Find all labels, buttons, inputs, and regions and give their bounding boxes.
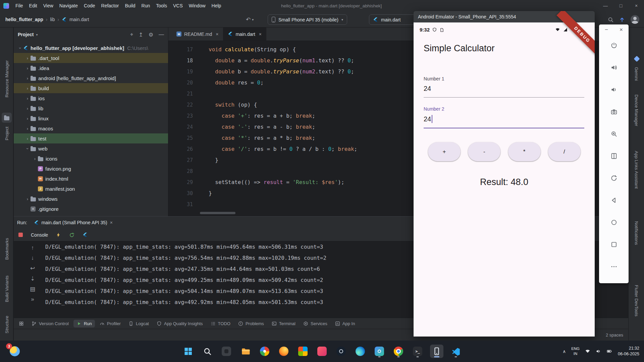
chevron-right-icon[interactable]: › (24, 86, 31, 91)
menu-run[interactable]: Run (139, 0, 153, 11)
tool-window-button-app-quality-insights[interactable]: App Quality Insights (154, 320, 206, 327)
hot-reload-icon[interactable] (56, 232, 61, 238)
tree-item[interactable]: ›lib (14, 103, 168, 113)
menu-refactor[interactable]: Refactor (98, 0, 122, 11)
taskbar-photos-icon[interactable] (258, 345, 271, 358)
soft-wrap-icon[interactable]: ↩ (30, 265, 35, 272)
tree-item[interactable]: ›.dart_tool (14, 53, 168, 63)
menu-vcs[interactable]: VCS (170, 0, 186, 11)
menu-navigate[interactable]: Navigate (56, 0, 81, 11)
tool-window-button-services[interactable]: Services (300, 320, 330, 327)
stripe-item-app-links-assistant[interactable]: App Links Assistant (629, 151, 644, 189)
tool-window-button-profiler[interactable]: Profiler (97, 320, 124, 327)
calculator-button-subtract[interactable]: - (468, 142, 500, 161)
calculator-button-multiply[interactable]: * (508, 142, 541, 161)
taskbar-search-icon[interactable] (201, 345, 214, 358)
chevron-right-icon[interactable]: › (24, 56, 31, 61)
breadcrumb-item[interactable]: lib (50, 17, 55, 22)
chevron-right-icon[interactable]: › (24, 76, 31, 81)
indent-info[interactable]: 2 spaces (606, 329, 623, 341)
language-indicator[interactable]: ENG IN (571, 346, 580, 356)
hidden-icons-button[interactable]: ∧ (563, 349, 566, 354)
calculator-button-divide[interactable]: / (548, 142, 581, 161)
console-tab[interactable]: Console (31, 232, 48, 238)
emulator-window[interactable]: Android Emulator - Small_Phone_API_35:55… (414, 11, 595, 337)
taskbar-firefox-icon[interactable] (277, 345, 290, 358)
tree-item[interactable]: ≡.gitignore (14, 204, 168, 214)
taskbar-steam-icon[interactable] (334, 345, 348, 358)
horizontal-scrollbar[interactable] (200, 212, 235, 214)
chevron-right-icon[interactable]: › (24, 116, 31, 121)
stripe-item-notifications[interactable]: Notifications (629, 221, 644, 245)
stripe-item-bookmarks[interactable]: Bookmarks (0, 238, 13, 260)
fold-icon[interactable] (606, 148, 621, 163)
tree-item[interactable]: ›android [hello_flutter_app_android] (14, 73, 168, 83)
calculator-button-add[interactable]: + (428, 142, 461, 161)
menu-help[interactable]: Help (209, 0, 224, 11)
menu-view[interactable]: View (40, 0, 56, 11)
project-panel-title[interactable]: Project (18, 32, 34, 37)
tool-windows[interactable] (16, 320, 27, 327)
stripe-item-flutter-devtools[interactable]: Flutter DevTools (629, 285, 644, 316)
close-icon[interactable]: × (259, 32, 262, 37)
tool-window-button-terminal[interactable]: Terminal (269, 320, 299, 327)
chevron-down-icon[interactable]: ▾ (36, 33, 38, 37)
update-icon[interactable] (619, 17, 625, 22)
camera-icon[interactable] (606, 104, 621, 119)
zoom-in-icon[interactable] (606, 126, 621, 141)
window-minimize-button[interactable]: — (598, 0, 613, 11)
tree-item[interactable]: ›icons (14, 154, 168, 164)
collapse-all-icon[interactable]: ↥ (139, 32, 143, 38)
volume-down-icon[interactable] (606, 82, 621, 97)
widgets-button[interactable]: 3 (7, 345, 22, 358)
taskbar-pinned-app-icon[interactable] (220, 345, 233, 358)
hide-panel-icon[interactable]: — (159, 32, 164, 38)
close-icon[interactable]: × (110, 220, 113, 225)
home-icon[interactable] (606, 215, 621, 230)
tree-item[interactable]: ›hello_flutter_app [developer_abhishek]C… (14, 43, 168, 53)
tool-window-button-todo[interactable]: TODO (208, 320, 233, 327)
hot-restart-icon[interactable] (69, 232, 74, 238)
emulator-minimize-button[interactable]: − (605, 26, 608, 33)
taskbar-chrome-icon[interactable] (392, 345, 405, 358)
stripe-item-device-manager[interactable]: Device Manager (629, 95, 644, 126)
undo-icon[interactable]: ↶ (246, 16, 251, 23)
more-icon[interactable] (606, 259, 621, 274)
menu-file[interactable]: File (12, 0, 26, 11)
tool-window-button-version-control[interactable]: Version Control (29, 320, 72, 327)
menu-code[interactable]: Code (81, 0, 98, 11)
menu-build[interactable]: Build (122, 0, 138, 11)
taskbar-windows-start-icon[interactable] (181, 345, 195, 358)
tree-item[interactable]: Jmanifest.json (14, 184, 168, 194)
user-avatar[interactable] (631, 15, 639, 24)
project-tool-icon[interactable] (2, 113, 12, 123)
tab-readme.md[interactable]: MREADME.md× (172, 27, 223, 41)
input-field-number-1[interactable]: Number 124 (424, 76, 584, 98)
tool-window-button-app-in[interactable]: App In (332, 320, 358, 327)
tree-item[interactable]: Hindex.html (14, 174, 168, 184)
flutter-icon[interactable] (83, 232, 88, 237)
tree-item[interactable]: Pfavicon.png (14, 164, 168, 174)
more-icon[interactable]: » (31, 296, 34, 303)
stop-button[interactable] (18, 233, 23, 237)
taskbar-edge-icon[interactable] (354, 345, 367, 358)
chevron-right-icon[interactable]: › (32, 156, 38, 161)
locate-file-icon[interactable]: ⌖ (130, 32, 133, 38)
chevron-down-icon[interactable]: ▾ (252, 18, 254, 21)
tool-window-button-run[interactable]: Run (73, 320, 95, 327)
chevron-right-icon[interactable]: › (24, 96, 31, 101)
run-tab[interactable]: main.dart (Small Phone API 35) × (31, 217, 115, 229)
tree-item[interactable]: ›windows (14, 194, 168, 204)
breadcrumb-item[interactable]: main.dart (69, 17, 89, 22)
clock[interactable]: 21:32 06-06-2025 (618, 346, 639, 357)
tab-main.dart[interactable]: main.dart× (223, 27, 266, 41)
tree-item[interactable]: ›macos (14, 123, 168, 133)
taskbar-microsoft-365-icon[interactable] (296, 345, 310, 358)
chevron-right-icon[interactable]: › (24, 66, 31, 71)
chevron-right-icon[interactable]: › (24, 196, 31, 201)
gemini-icon[interactable] (632, 54, 642, 64)
taskbar-android-emulator-icon[interactable] (430, 345, 443, 358)
volume-up-icon[interactable] (606, 60, 621, 75)
stripe-item-resource-manager[interactable]: Resource Manager (0, 60, 13, 98)
volume-icon[interactable] (596, 349, 601, 354)
